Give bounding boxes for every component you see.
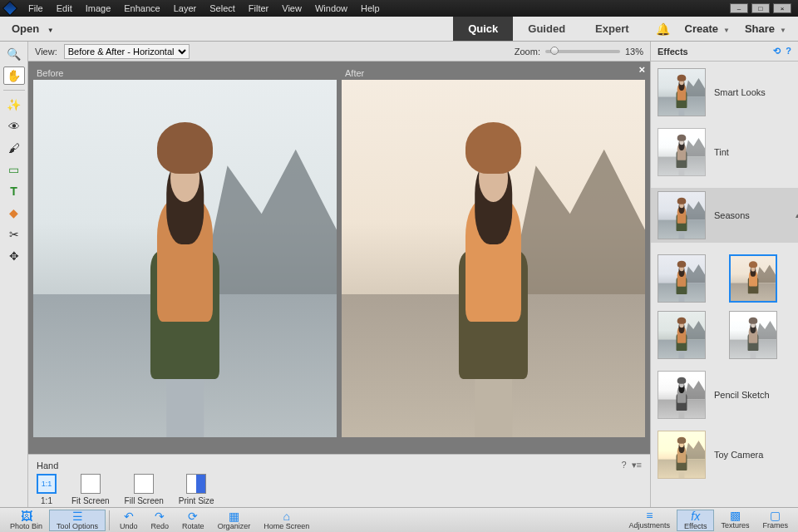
menu-help[interactable]: Help — [354, 3, 387, 13]
menu-filter[interactable]: Filter — [242, 3, 275, 13]
frames-icon: ▢ — [770, 510, 781, 521]
view-bar: View: Before & After - Horizontal Zoom: … — [28, 42, 650, 62]
textures-icon: ▩ — [730, 510, 741, 521]
divider — [109, 510, 110, 530]
undo-icon: ↶ — [124, 510, 134, 522]
canvas-area: × Before After — [28, 62, 650, 454]
app-logo-icon — [2, 1, 17, 16]
crop-tool[interactable]: ✂ — [3, 225, 25, 244]
tool-options-button[interactable]: ☰Tool Options — [49, 510, 106, 531]
panel-help-icon[interactable]: ? — [786, 46, 791, 57]
close-button[interactable]: × — [773, 3, 791, 13]
menu-view[interactable]: View — [275, 3, 308, 13]
menu-window[interactable]: Window — [308, 3, 354, 13]
effects-panel-title: Effects — [658, 47, 688, 57]
frames-tab[interactable]: ▢Frames — [756, 510, 795, 531]
options-menu-icon[interactable]: ▾≡ — [632, 460, 642, 470]
quick-select-tool[interactable]: ✨ — [3, 96, 25, 114]
seasons-variant-3[interactable] — [658, 311, 706, 359]
zoom-slider-thumb[interactable] — [550, 47, 559, 55]
fit-screen-button[interactable]: Fit Screen — [71, 474, 110, 505]
rotate-button[interactable]: ⟳Rotate — [175, 510, 211, 530]
menu-select[interactable]: Select — [203, 3, 242, 13]
open-label: Open — [12, 22, 39, 35]
seasons-variant-2[interactable] — [729, 254, 777, 303]
zoom-1to1-button[interactable]: 1:1 1:1 — [37, 474, 57, 505]
rotate-icon: ⟳ — [188, 510, 198, 522]
help-icon[interactable]: ? — [621, 460, 626, 470]
seasons-variants — [658, 254, 791, 359]
menu-file[interactable]: File — [22, 3, 50, 13]
create-button[interactable]: Create▼ — [685, 22, 730, 35]
bottom-bar: 🖼Photo Bin ☰Tool Options ↶Undo ↷Redo ⟳Ro… — [0, 507, 798, 532]
whiten-teeth-tool[interactable]: 🖌 — [3, 139, 25, 157]
zoom-label: Zoom: — [515, 47, 540, 57]
topbar: Open ▼ Quick Guided Expert 🔔 Create▼ Sha… — [0, 17, 798, 42]
before-image[interactable] — [33, 80, 337, 437]
tab-quick[interactable]: Quick — [453, 17, 513, 41]
tool-options-panel: Hand ? ▾≡ 1:1 1:1 Fit Screen Fill Screen — [28, 454, 650, 507]
share-button[interactable]: Share▼ — [745, 22, 786, 35]
mode-tabs: Quick Guided Expert — [453, 17, 643, 41]
dropdown-icon: ▼ — [47, 27, 54, 34]
seasons-variant-1[interactable] — [658, 254, 706, 303]
adjustments-icon: ≡ — [646, 510, 653, 521]
effects-tab[interactable]: fxEffects — [677, 510, 714, 531]
effects-panel: Effects ⟲ ? Smart Looks Tint Seasons ▴ — [650, 42, 798, 507]
menubar: File Edit Image Enhance Layer Select Fil… — [0, 0, 798, 17]
tool-options-icon: ☰ — [72, 510, 83, 522]
after-image[interactable] — [342, 80, 645, 437]
redo-button[interactable]: ↷Redo — [145, 510, 176, 530]
tab-expert[interactable]: Expert — [580, 17, 643, 41]
menu-enhance[interactable]: Enhance — [117, 3, 166, 13]
tab-guided[interactable]: Guided — [513, 17, 580, 41]
effect-toy-camera[interactable]: Toy Camera — [658, 431, 791, 479]
straighten-tool[interactable]: ▭ — [3, 160, 25, 179]
print-size-button[interactable]: Print Size — [179, 474, 214, 505]
fill-screen-button[interactable]: Fill Screen — [125, 474, 164, 505]
view-label: View: — [35, 47, 57, 57]
topbar-right: 🔔 Create▼ Share▼ — [644, 22, 798, 36]
home-icon: ⌂ — [283, 510, 289, 522]
dropdown-icon: ▼ — [780, 27, 786, 34]
home-screen-button[interactable]: ⌂Home Screen — [257, 510, 316, 530]
before-label: Before — [33, 66, 337, 80]
spot-heal-tool[interactable]: ◆ — [3, 204, 25, 222]
dropdown-icon: ▼ — [723, 27, 730, 34]
reset-effects-icon[interactable]: ⟲ — [773, 46, 781, 57]
zoom-value: 13% — [625, 47, 643, 57]
menu-edit[interactable]: Edit — [50, 3, 79, 13]
organizer-icon: ▦ — [229, 510, 239, 522]
type-tool[interactable]: T — [3, 182, 25, 200]
seasons-variant-4[interactable] — [729, 311, 777, 359]
notification-bell-icon[interactable]: 🔔 — [656, 22, 670, 36]
minimize-button[interactable]: – — [730, 3, 748, 13]
left-toolbox: 🔍 ✋ ✨ 👁 🖌 ▭ T ◆ ✂ ✥ — [0, 42, 28, 507]
effect-tint[interactable]: Tint — [658, 128, 791, 176]
zoom-slider[interactable] — [545, 50, 620, 53]
effect-seasons[interactable]: Seasons ▴ — [651, 188, 798, 243]
eye-tool[interactable]: 👁 — [3, 117, 25, 135]
organizer-button[interactable]: ▦Organizer — [211, 510, 258, 530]
effect-smart-looks[interactable]: Smart Looks — [658, 68, 791, 116]
redo-icon: ↷ — [155, 510, 165, 522]
tool-options-title: Hand — [37, 461, 58, 470]
photo-bin-icon: 🖼 — [21, 510, 32, 522]
move-tool[interactable]: ✥ — [3, 247, 25, 265]
close-document-button[interactable]: × — [638, 63, 645, 76]
separator — [3, 90, 25, 91]
maximize-button[interactable]: □ — [751, 3, 770, 13]
effect-pencil-sketch[interactable]: Pencil Sketch — [658, 371, 791, 419]
open-button[interactable]: Open ▼ — [0, 19, 66, 38]
textures-tab[interactable]: ▩Textures — [714, 510, 756, 531]
hand-tool[interactable]: ✋ — [3, 66, 25, 85]
view-mode-select[interactable]: Before & After - Horizontal — [64, 44, 190, 59]
after-label: After — [342, 66, 645, 80]
menu-image[interactable]: Image — [79, 3, 118, 13]
adjustments-tab[interactable]: ≡Adjustments — [623, 510, 677, 531]
undo-button[interactable]: ↶Undo — [113, 510, 145, 530]
zoom-tool[interactable]: 🔍 — [3, 45, 25, 63]
photo-bin-button[interactable]: 🖼Photo Bin — [3, 510, 49, 530]
effects-icon: fx — [691, 510, 700, 522]
menu-layer[interactable]: Layer — [167, 3, 204, 13]
